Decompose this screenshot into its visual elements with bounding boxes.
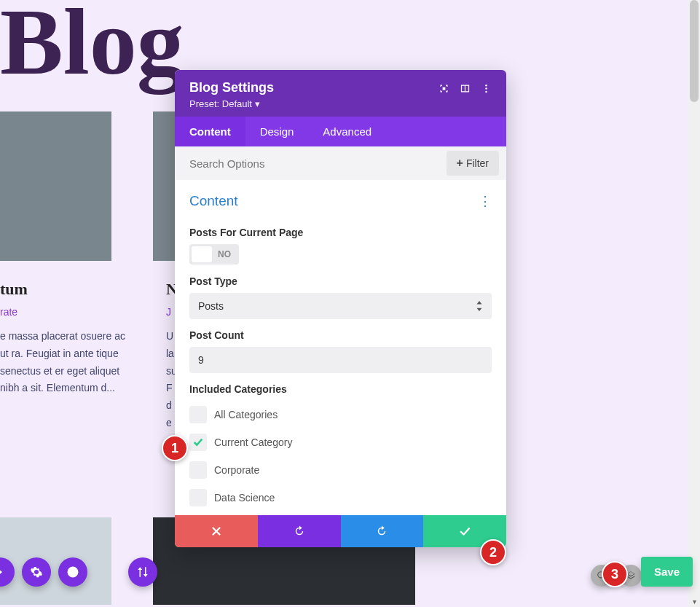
category-item[interactable]: Current Category — [189, 428, 492, 456]
more-icon[interactable] — [481, 83, 492, 94]
cancel-button[interactable] — [175, 515, 258, 547]
field-label: Post Count — [189, 329, 492, 341]
svg-point-0 — [485, 85, 487, 87]
builder-controls-left — [0, 557, 87, 587]
snap-icon[interactable] — [439, 83, 449, 94]
category-list: All Categories Current Category Corporat… — [189, 401, 492, 515]
category-label: Data Science — [214, 492, 275, 504]
panel-header[interactable]: Blog Settings Preset: Default ▾ — [175, 70, 506, 117]
settings-body: Content ⋮ Posts For Current Page NO Post… — [175, 180, 506, 515]
category-label: Corporate — [214, 464, 259, 476]
page-scrollbar[interactable]: ▾ — [688, 0, 700, 607]
checkbox[interactable] — [189, 489, 207, 506]
checkbox[interactable] — [189, 406, 207, 423]
scroll-thumb[interactable] — [690, 0, 699, 102]
sort-button[interactable] — [128, 557, 157, 587]
history-button[interactable] — [58, 557, 87, 587]
category-item[interactable]: All Categories — [189, 401, 492, 428]
filter-label: Filter — [466, 157, 489, 169]
field-label: Posts For Current Page — [189, 227, 492, 238]
category-item[interactable]: Corporate — [189, 456, 492, 484]
section-heading: Content — [189, 193, 238, 209]
field-label: Included Categories — [189, 383, 492, 395]
tab-design[interactable]: Design — [245, 117, 309, 146]
category-label: Current Category — [214, 436, 292, 448]
callout-3: 3 — [602, 561, 628, 587]
post-image — [0, 111, 111, 261]
category-item[interactable]: Education — [189, 512, 492, 515]
post-meta: rate — [0, 306, 131, 318]
page-title: Blog — [0, 0, 184, 96]
post-card: tum rate e massa placerat osuere ac ut r… — [0, 280, 131, 397]
post-image — [153, 111, 175, 261]
save-button[interactable]: Save — [641, 557, 693, 587]
checkbox[interactable] — [189, 461, 207, 479]
filter-button[interactable]: + Filter — [447, 151, 499, 176]
tab-content[interactable]: Content — [175, 117, 245, 146]
category-item[interactable]: Data Science — [189, 484, 492, 512]
callout-2: 2 — [480, 539, 506, 565]
svg-point-2 — [485, 91, 487, 93]
post-excerpt: e massa placerat osuere ac ut ra. Feugia… — [0, 328, 131, 397]
undo-button[interactable] — [258, 515, 341, 547]
search-bar: + Filter — [175, 146, 506, 180]
select-post-type[interactable]: Posts — [189, 293, 492, 319]
toggle-knob — [192, 246, 212, 262]
blog-settings-panel: Blog Settings Preset: Default ▾ Content … — [175, 70, 506, 547]
plus-icon: + — [457, 157, 463, 170]
arrow-button[interactable] — [0, 557, 15, 587]
section-menu-icon[interactable]: ⋮ — [479, 193, 492, 209]
settings-button[interactable] — [22, 557, 51, 587]
search-input[interactable] — [175, 147, 447, 180]
panel-title: Blog Settings — [189, 80, 439, 95]
callout-1: 1 — [162, 435, 188, 461]
checkbox-checked[interactable] — [189, 434, 207, 451]
input-value: 9 — [198, 354, 204, 366]
tab-advanced[interactable]: Advanced — [308, 117, 386, 146]
svg-point-1 — [485, 87, 487, 90]
preset-selector[interactable]: Preset: Default ▾ — [189, 98, 439, 109]
expand-icon[interactable] — [460, 83, 471, 94]
updown-icon — [476, 301, 483, 311]
scroll-down-arrow[interactable]: ▾ — [688, 595, 700, 607]
post-title: tum — [0, 280, 131, 299]
toggle-posts-current-page[interactable]: NO — [189, 244, 239, 265]
toggle-state: NO — [212, 249, 237, 259]
settings-tabs: Content Design Advanced — [175, 117, 506, 146]
builder-sort-control — [128, 557, 157, 587]
input-post-count[interactable]: 9 — [189, 347, 492, 373]
select-value: Posts — [198, 300, 224, 312]
field-label: Post Type — [189, 275, 492, 287]
redo-button[interactable] — [341, 515, 424, 547]
panel-actions — [175, 515, 506, 547]
category-label: All Categories — [214, 409, 278, 420]
